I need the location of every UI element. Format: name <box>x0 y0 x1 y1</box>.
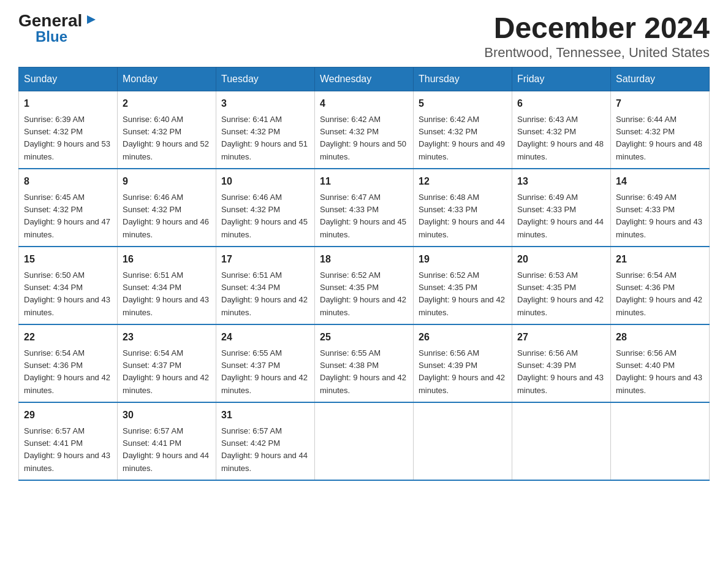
week-row-5: 29 Sunrise: 6:57 AMSunset: 4:41 PMDaylig… <box>19 402 710 480</box>
day-number: 29 <box>24 408 112 423</box>
day-cell: 11 Sunrise: 6:47 AMSunset: 4:33 PMDaylig… <box>315 169 414 247</box>
day-cell <box>414 402 512 480</box>
calendar-header: Sunday Monday Tuesday Wednesday Thursday… <box>19 67 710 91</box>
page-subtitle: Brentwood, Tennessee, United States <box>484 45 710 61</box>
day-cell: 30 Sunrise: 6:57 AMSunset: 4:41 PMDaylig… <box>118 402 216 480</box>
day-info: Sunrise: 6:53 AMSunset: 4:35 PMDaylight:… <box>517 270 604 317</box>
day-number: 24 <box>221 330 309 345</box>
day-number: 30 <box>123 408 211 423</box>
day-info: Sunrise: 6:42 AMSunset: 4:32 PMDaylight:… <box>320 115 406 161</box>
col-thursday: Thursday <box>414 67 512 91</box>
day-cell: 25 Sunrise: 6:55 AMSunset: 4:38 PMDaylig… <box>315 324 414 402</box>
logo-general-text: General <box>18 12 82 29</box>
day-info: Sunrise: 6:57 AMSunset: 4:42 PMDaylight:… <box>221 426 308 473</box>
header-row: Sunday Monday Tuesday Wednesday Thursday… <box>19 67 710 91</box>
day-info: Sunrise: 6:40 AMSunset: 4:32 PMDaylight:… <box>123 115 209 161</box>
col-monday: Monday <box>118 67 216 91</box>
day-info: Sunrise: 6:56 AMSunset: 4:40 PMDaylight:… <box>616 348 702 395</box>
day-info: Sunrise: 6:43 AMSunset: 4:32 PMDaylight:… <box>517 115 604 161</box>
day-number: 20 <box>517 252 605 267</box>
day-cell <box>512 402 611 480</box>
day-number: 31 <box>221 408 309 423</box>
week-row-1: 1 Sunrise: 6:39 AMSunset: 4:32 PMDayligh… <box>19 91 710 169</box>
day-info: Sunrise: 6:57 AMSunset: 4:41 PMDaylight:… <box>123 426 209 473</box>
calendar-table: Sunday Monday Tuesday Wednesday Thursday… <box>18 67 710 481</box>
day-cell: 31 Sunrise: 6:57 AMSunset: 4:42 PMDaylig… <box>216 402 315 480</box>
day-cell: 21 Sunrise: 6:54 AMSunset: 4:36 PMDaylig… <box>611 247 710 324</box>
day-number: 3 <box>221 96 309 111</box>
day-number: 23 <box>123 330 211 345</box>
day-cell: 4 Sunrise: 6:42 AMSunset: 4:32 PMDayligh… <box>315 91 414 169</box>
day-cell: 2 Sunrise: 6:40 AMSunset: 4:32 PMDayligh… <box>118 91 216 169</box>
day-number: 15 <box>24 252 112 267</box>
col-wednesday: Wednesday <box>315 67 414 91</box>
day-cell: 13 Sunrise: 6:49 AMSunset: 4:33 PMDaylig… <box>512 169 611 247</box>
day-number: 18 <box>320 252 408 267</box>
day-cell: 26 Sunrise: 6:56 AMSunset: 4:39 PMDaylig… <box>414 324 512 402</box>
day-number: 22 <box>24 330 112 345</box>
day-info: Sunrise: 6:54 AMSunset: 4:37 PMDaylight:… <box>123 348 209 395</box>
col-saturday: Saturday <box>611 67 710 91</box>
day-info: Sunrise: 6:39 AMSunset: 4:32 PMDaylight:… <box>24 115 110 161</box>
logo: General Blue <box>18 12 97 44</box>
day-info: Sunrise: 6:49 AMSunset: 4:33 PMDaylight:… <box>616 193 702 239</box>
day-number: 9 <box>123 174 211 189</box>
week-row-4: 22 Sunrise: 6:54 AMSunset: 4:36 PMDaylig… <box>19 324 710 402</box>
day-cell: 23 Sunrise: 6:54 AMSunset: 4:37 PMDaylig… <box>118 324 216 402</box>
col-tuesday: Tuesday <box>216 67 315 91</box>
day-cell: 12 Sunrise: 6:48 AMSunset: 4:33 PMDaylig… <box>414 169 512 247</box>
day-cell: 14 Sunrise: 6:49 AMSunset: 4:33 PMDaylig… <box>611 169 710 247</box>
col-sunday: Sunday <box>19 67 118 91</box>
day-cell: 15 Sunrise: 6:50 AMSunset: 4:34 PMDaylig… <box>19 247 118 324</box>
day-info: Sunrise: 6:44 AMSunset: 4:32 PMDaylight:… <box>616 115 702 161</box>
day-info: Sunrise: 6:52 AMSunset: 4:35 PMDaylight:… <box>320 270 406 317</box>
day-number: 11 <box>320 174 408 189</box>
day-cell: 16 Sunrise: 6:51 AMSunset: 4:34 PMDaylig… <box>118 247 216 324</box>
svg-marker-0 <box>87 15 96 24</box>
day-info: Sunrise: 6:41 AMSunset: 4:32 PMDaylight:… <box>221 115 308 161</box>
day-number: 13 <box>517 174 605 189</box>
day-info: Sunrise: 6:56 AMSunset: 4:39 PMDaylight:… <box>517 348 604 395</box>
day-cell: 5 Sunrise: 6:42 AMSunset: 4:32 PMDayligh… <box>414 91 512 169</box>
day-number: 27 <box>517 330 605 345</box>
day-cell: 7 Sunrise: 6:44 AMSunset: 4:32 PMDayligh… <box>611 91 710 169</box>
day-info: Sunrise: 6:47 AMSunset: 4:33 PMDaylight:… <box>320 193 406 239</box>
day-cell: 9 Sunrise: 6:46 AMSunset: 4:32 PMDayligh… <box>118 169 216 247</box>
day-number: 6 <box>517 96 605 111</box>
day-cell: 1 Sunrise: 6:39 AMSunset: 4:32 PMDayligh… <box>19 91 118 169</box>
page-title: December 2024 <box>484 12 710 45</box>
day-info: Sunrise: 6:48 AMSunset: 4:33 PMDaylight:… <box>419 193 505 239</box>
day-info: Sunrise: 6:54 AMSunset: 4:36 PMDaylight:… <box>24 348 110 395</box>
day-number: 25 <box>320 330 408 345</box>
day-cell <box>611 402 710 480</box>
day-info: Sunrise: 6:56 AMSunset: 4:39 PMDaylight:… <box>419 348 505 395</box>
day-cell: 28 Sunrise: 6:56 AMSunset: 4:40 PMDaylig… <box>611 324 710 402</box>
day-number: 16 <box>123 252 211 267</box>
day-cell: 6 Sunrise: 6:43 AMSunset: 4:32 PMDayligh… <box>512 91 611 169</box>
page-header: General Blue December 2024 Brentwood, Te… <box>18 12 710 61</box>
day-number: 12 <box>419 174 507 189</box>
day-info: Sunrise: 6:52 AMSunset: 4:35 PMDaylight:… <box>419 270 505 317</box>
day-cell: 10 Sunrise: 6:46 AMSunset: 4:32 PMDaylig… <box>216 169 315 247</box>
week-row-3: 15 Sunrise: 6:50 AMSunset: 4:34 PMDaylig… <box>19 247 710 324</box>
day-number: 10 <box>221 174 309 189</box>
day-info: Sunrise: 6:51 AMSunset: 4:34 PMDaylight:… <box>123 270 209 317</box>
day-info: Sunrise: 6:54 AMSunset: 4:36 PMDaylight:… <box>616 270 702 317</box>
day-cell: 29 Sunrise: 6:57 AMSunset: 4:41 PMDaylig… <box>19 402 118 480</box>
calendar-body: 1 Sunrise: 6:39 AMSunset: 4:32 PMDayligh… <box>19 91 710 480</box>
day-number: 2 <box>123 96 211 111</box>
day-info: Sunrise: 6:46 AMSunset: 4:32 PMDaylight:… <box>221 193 308 239</box>
day-number: 28 <box>616 330 704 345</box>
day-number: 14 <box>616 174 704 189</box>
day-cell: 8 Sunrise: 6:45 AMSunset: 4:32 PMDayligh… <box>19 169 118 247</box>
day-number: 21 <box>616 252 704 267</box>
day-info: Sunrise: 6:55 AMSunset: 4:37 PMDaylight:… <box>221 348 308 395</box>
day-number: 26 <box>419 330 507 345</box>
day-number: 4 <box>320 96 408 111</box>
day-info: Sunrise: 6:51 AMSunset: 4:34 PMDaylight:… <box>221 270 308 317</box>
day-cell: 19 Sunrise: 6:52 AMSunset: 4:35 PMDaylig… <box>414 247 512 324</box>
day-info: Sunrise: 6:50 AMSunset: 4:34 PMDaylight:… <box>24 270 110 317</box>
logo-triangle-icon <box>83 13 97 29</box>
day-cell: 20 Sunrise: 6:53 AMSunset: 4:35 PMDaylig… <box>512 247 611 324</box>
day-info: Sunrise: 6:45 AMSunset: 4:32 PMDaylight:… <box>24 193 110 239</box>
